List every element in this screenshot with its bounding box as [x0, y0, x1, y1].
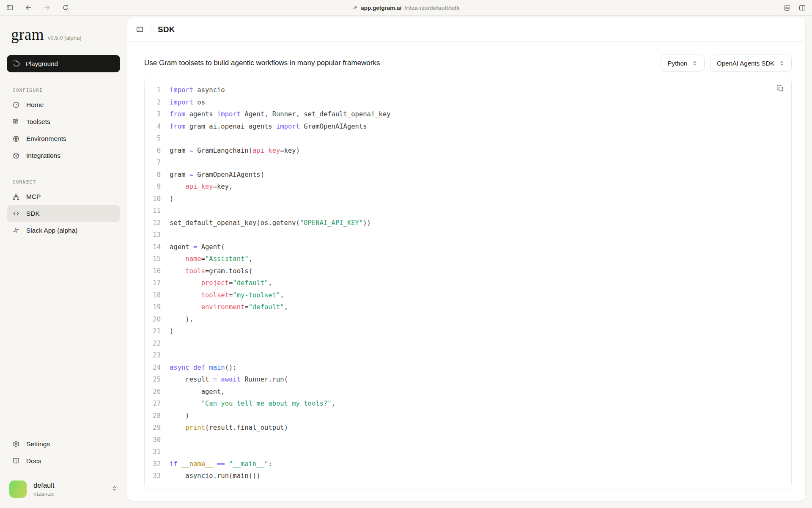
- code-text: [161, 205, 173, 217]
- sidebar-spacer: [7, 239, 120, 436]
- code-line: 20 ),: [145, 313, 791, 326]
- framework-select[interactable]: OpenAI Agents SDK: [710, 55, 792, 71]
- code-text: api_key=key,: [161, 181, 233, 193]
- project-org: ritza-rzx: [33, 491, 55, 497]
- line-number: 23: [145, 349, 161, 362]
- playground-button[interactable]: Playground: [7, 55, 120, 72]
- code-line: 29 print(result.final_output): [145, 422, 791, 434]
- code-text: async def main():: [161, 362, 237, 374]
- sidebar-item-label: Toolsets: [26, 118, 50, 126]
- copy-icon[interactable]: [776, 84, 785, 93]
- line-number: 29: [145, 422, 161, 434]
- page-settings-icon[interactable]: [783, 4, 791, 11]
- cube-icon: [12, 152, 20, 159]
- section-label: CONNECT: [13, 179, 119, 185]
- line-number: 5: [145, 132, 161, 145]
- line-number: 24: [145, 362, 161, 374]
- code-line: 18 toolset="my-toolset",: [145, 289, 791, 302]
- forward-icon[interactable]: [43, 4, 51, 11]
- description-row: Use Gram toolsets to build agentic workf…: [144, 55, 792, 71]
- line-number: 6: [145, 145, 161, 157]
- sidebar-item-home[interactable]: Home: [7, 96, 120, 113]
- code-text: asyncio.run(main()): [161, 470, 261, 482]
- main-content: Use Gram toolsets to build agentic workf…: [127, 42, 805, 489]
- language-select[interactable]: Python: [661, 55, 705, 71]
- sidebar-item-environments[interactable]: Environments: [7, 130, 120, 147]
- reload-icon[interactable]: [62, 4, 69, 11]
- code-line: 27 "Can you tell me about my tools?",: [145, 398, 791, 410]
- code-text: ): [161, 193, 173, 205]
- code-line: 32if __name__ == "__main__":: [145, 458, 791, 470]
- code-text: from agents import Agent, Runner, set_de…: [161, 108, 391, 121]
- sidebar-item-settings[interactable]: Settings: [7, 436, 120, 453]
- url-bar[interactable]: app.getgram.ai/ritza-rzx/default/sdk: [352, 0, 460, 15]
- code-line: 26 agent,: [145, 386, 791, 398]
- code-line: 28 ): [145, 410, 791, 422]
- line-number: 31: [145, 446, 161, 458]
- sidebar-item-sdk[interactable]: SDK: [7, 205, 120, 222]
- browser-sidebar-toggle-icon[interactable]: [6, 4, 14, 11]
- line-number: 26: [145, 386, 161, 398]
- version-label: v0.5.0 (alpha): [48, 35, 82, 41]
- line-number: 13: [145, 229, 161, 241]
- code-text: project="default",: [161, 277, 272, 289]
- chevron-up-down-icon: [111, 485, 118, 493]
- project-selector[interactable]: default ritza-rzx: [7, 481, 120, 500]
- line-number: 10: [145, 193, 161, 205]
- code-text: import os: [161, 96, 205, 109]
- app-shell: gram v0.5.0 (alpha) Playground CONFIGURE…: [0, 16, 812, 508]
- code-line: 8gram = GramOpenAIAgents(: [145, 169, 791, 181]
- line-number: 25: [145, 373, 161, 386]
- code-text: [161, 338, 173, 350]
- back-icon[interactable]: [25, 4, 32, 11]
- code-line: 24async def main():: [145, 362, 791, 374]
- code-line: 22: [145, 338, 791, 350]
- sidebar-item-label: Settings: [26, 440, 50, 448]
- code-line: 16 tools=gram.tools(: [145, 265, 791, 277]
- line-number: 12: [145, 217, 161, 229]
- line-number: 27: [145, 398, 161, 410]
- code-line: 11: [145, 205, 791, 217]
- code-text: [161, 349, 173, 362]
- code-text: tools=gram.tools(: [161, 265, 252, 277]
- code-line: 14agent = Agent(: [145, 241, 791, 253]
- hierarchy-icon: [12, 193, 20, 200]
- code-line: 30: [145, 434, 791, 446]
- sidebar-item-toolsets[interactable]: Toolsets: [7, 113, 120, 130]
- language-select-value: Python: [667, 60, 687, 67]
- sidebar-item-mcp[interactable]: MCP: [7, 188, 120, 205]
- line-number: 20: [145, 313, 161, 326]
- sidebar-item-slack-app-alpha[interactable]: Slack App (alpha): [7, 222, 120, 239]
- code-text: name="Assistant",: [161, 253, 252, 265]
- code-text: ): [161, 410, 189, 422]
- logo-row: gram v0.5.0 (alpha): [7, 27, 120, 42]
- sidebar-item-integrations[interactable]: Integrations: [7, 147, 120, 164]
- select-group: Python OpenAI Agents SDK: [661, 55, 792, 71]
- line-number: 28: [145, 410, 161, 422]
- chevron-up-down-icon: [779, 60, 785, 66]
- url-host: app.getgram.ai: [361, 5, 401, 11]
- page-title: SDK: [158, 25, 175, 34]
- sidebar-footer: SettingsDocs: [7, 436, 120, 470]
- code-text: [161, 132, 173, 145]
- code-lines: 1import asyncio2import os3from agents im…: [145, 84, 791, 482]
- code-line: 6gram = GramLangchain(api_key=key): [145, 145, 791, 157]
- panel-toggle-icon[interactable]: [136, 25, 144, 33]
- project-avatar: [9, 481, 27, 498]
- code-text: if __name__ == "__main__":: [161, 458, 272, 470]
- code-line: 5: [145, 132, 791, 145]
- main-panel: SDK Use Gram toolsets to build agentic w…: [127, 17, 806, 501]
- code-text: [161, 229, 173, 241]
- playground-label: Playground: [26, 60, 58, 67]
- sidebar-item-label: Environments: [26, 135, 66, 143]
- link-icon: [352, 5, 358, 11]
- code-line: 21): [145, 325, 791, 338]
- line-number: 7: [145, 157, 161, 169]
- url-path: /ritza-rzx/default/sdk: [404, 5, 460, 11]
- line-number: 17: [145, 277, 161, 289]
- sidebar-item-docs[interactable]: Docs: [7, 453, 120, 470]
- split-view-icon[interactable]: [798, 4, 806, 11]
- globe-icon: [12, 135, 20, 143]
- code-text: gram = GramLangchain(api_key=key): [161, 145, 300, 157]
- code-text: [161, 434, 173, 446]
